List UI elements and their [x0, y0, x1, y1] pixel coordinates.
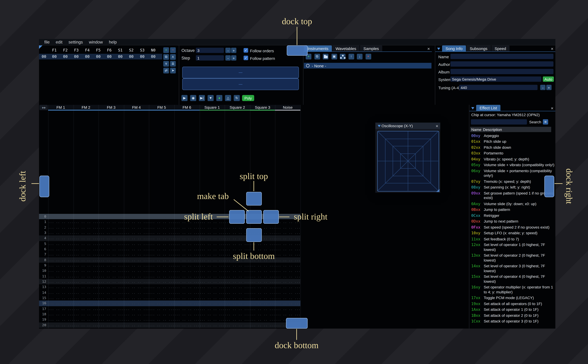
- pattern-cell[interactable]: ... .. .. ...: [124, 236, 149, 240]
- pattern-cell[interactable]: ... .. .. ...: [99, 318, 124, 321]
- pattern-cell[interactable]: ... .. .. ...: [73, 274, 99, 278]
- pattern-cell[interactable]: ... .. .. ...: [149, 247, 174, 251]
- pattern-cell[interactable]: ... .. .. ...: [174, 226, 199, 229]
- channel-header[interactable]: FM 5: [149, 105, 174, 110]
- author-input[interactable]: [450, 61, 554, 67]
- pattern-cell[interactable]: ... .. .. ...: [73, 280, 99, 284]
- pattern-cell[interactable]: ... .. .. ...: [174, 301, 199, 305]
- pattern-cell[interactable]: ... .. .. ...: [149, 318, 174, 321]
- play-pattern-button[interactable]: ◉: [190, 95, 196, 101]
- pattern-cell[interactable]: ... .. .. ...: [99, 296, 124, 300]
- pattern-cell[interactable]: ... .. .. ...: [99, 285, 124, 289]
- pattern-cell[interactable]: ... .. .. ...: [73, 323, 99, 327]
- octave-plus-button[interactable]: +: [231, 48, 236, 53]
- menu-item-window[interactable]: window: [86, 40, 106, 44]
- pattern-cell[interactable]: ... .. .. ...: [124, 258, 149, 262]
- pattern-cell[interactable]: ... .. .. ...: [124, 231, 149, 235]
- step-plus-button[interactable]: +: [231, 55, 236, 60]
- pattern-cell[interactable]: ... .. .. ...: [250, 323, 275, 327]
- pattern-cell[interactable]: ... .. .. ...: [225, 301, 250, 305]
- pattern-cell[interactable]: ... .. .. ...: [48, 247, 73, 251]
- pattern-cell[interactable]: ... .. .. ...: [199, 318, 225, 321]
- pattern-cell[interactable]: ... .. .. ...: [275, 301, 300, 305]
- close-icon[interactable]: ×: [436, 123, 438, 129]
- pattern-cell[interactable]: ... .. .. ...: [199, 312, 225, 316]
- follow-pattern-checkbox[interactable]: ✓: [244, 56, 248, 60]
- pattern-cell[interactable]: ... .. .. ...: [73, 318, 99, 321]
- channel-header[interactable]: FM 6: [174, 105, 199, 110]
- pattern-cell[interactable]: ... .. .. ...: [250, 242, 275, 246]
- pattern-row[interactable]: 18... .. .. ...... .. .. ...... .. .. ..…: [39, 312, 300, 317]
- pattern-cell[interactable]: ... .. .. ...: [124, 215, 149, 218]
- pattern-cell[interactable]: ... .. .. ...: [73, 301, 99, 305]
- pattern-cell[interactable]: ... .. .. ...: [275, 280, 300, 284]
- pattern-cell[interactable]: ... .. .. ...: [174, 253, 199, 256]
- pattern-cell[interactable]: ... .. .. ...: [199, 231, 225, 235]
- tab-effect-list[interactable]: Effect List: [476, 105, 500, 111]
- pattern-cell[interactable]: ... .. .. ...: [48, 312, 73, 316]
- tuning-input[interactable]: [459, 85, 538, 90]
- pattern-row[interactable]: 6... .. .. ...... .. .. ...... .. .. ...…: [39, 246, 300, 252]
- dock-target-split-left[interactable]: [229, 210, 245, 224]
- pattern-cell[interactable]: ... .. .. ...: [124, 242, 149, 246]
- pattern-cell[interactable]: ... .. .. ...: [73, 247, 99, 251]
- pattern-cell[interactable]: ... .. .. ...: [99, 226, 124, 229]
- pattern-cell[interactable]: ... .. .. ...: [48, 291, 73, 294]
- pattern-cell[interactable]: ... .. .. ...: [225, 269, 250, 273]
- pattern-cell[interactable]: ... .. .. ...: [174, 296, 199, 300]
- pattern-cell[interactable]: ... .. .. ...: [48, 301, 73, 305]
- pattern-row[interactable]: 16... .. .. ...... .. .. ...... .. .. ..…: [39, 301, 300, 306]
- pattern-cell[interactable]: ... .. .. ...: [225, 318, 250, 321]
- pattern-cell[interactable]: ... .. .. ...: [73, 258, 99, 262]
- pattern-row[interactable]: 9... .. .. ...... .. .. ...... .. .. ...…: [39, 263, 300, 268]
- order-up-button[interactable]: ∧: [170, 54, 176, 60]
- channel-header[interactable]: Square 1: [199, 105, 225, 110]
- pattern-cell[interactable]: ... .. .. ...: [99, 280, 124, 284]
- pattern-cell[interactable]: ... .. .. ...: [48, 231, 73, 235]
- pattern-cell[interactable]: ... .. .. ...: [275, 247, 300, 251]
- pattern-cell[interactable]: ... .. .. ...: [99, 269, 124, 273]
- pattern-cell[interactable]: ... .. .. ...: [149, 323, 174, 327]
- order-cell[interactable]: 00: [82, 55, 93, 59]
- pattern-cell[interactable]: ... .. .. ...: [199, 253, 225, 256]
- pattern-cell[interactable]: ... .. .. ...: [73, 269, 99, 273]
- pattern-cell[interactable]: ... .. .. ...: [225, 312, 250, 316]
- pattern-cell[interactable]: ... .. .. ...: [174, 285, 199, 289]
- pattern-cell[interactable]: ... .. .. ...: [250, 247, 275, 251]
- order-cell[interactable]: 00: [126, 55, 137, 59]
- pattern-cell[interactable]: ... .. .. ...: [99, 215, 124, 218]
- pattern-cell[interactable]: ... .. .. ...: [275, 242, 300, 246]
- pattern-cell[interactable]: ... .. .. ...: [275, 307, 300, 311]
- pattern-cell[interactable]: ... .. .. ...: [124, 226, 149, 229]
- pattern-cell[interactable]: ... .. .. ...: [199, 226, 225, 229]
- pattern-cell[interactable]: ... .. .. ...: [73, 296, 99, 300]
- poly-button[interactable]: Poly: [242, 95, 254, 101]
- pattern-cell[interactable]: ... .. .. ...: [174, 258, 199, 262]
- pattern-cell[interactable]: ... .. .. ...: [225, 291, 250, 294]
- pattern-cell[interactable]: ... .. .. ...: [225, 263, 250, 267]
- album-input[interactable]: [450, 69, 554, 74]
- pattern-cell[interactable]: ... .. .. ...: [275, 312, 300, 316]
- pattern-cell[interactable]: ... .. .. ...: [199, 296, 225, 300]
- order-cell[interactable]: 00: [49, 55, 60, 59]
- dock-target-right[interactable]: [544, 176, 554, 197]
- pattern-cell[interactable]: ... .. .. ...: [199, 291, 225, 294]
- pattern-cell[interactable]: ... .. .. ...: [48, 236, 73, 240]
- channel-header[interactable]: FM 4: [124, 105, 149, 110]
- pattern-cell[interactable]: ... .. .. ...: [48, 318, 73, 321]
- menu-item-settings[interactable]: settings: [66, 40, 86, 44]
- pattern-cell[interactable]: ... .. .. ...: [99, 263, 124, 267]
- pattern-cell[interactable]: ... .. .. ...: [48, 280, 73, 284]
- pattern-cell[interactable]: ... .. .. ...: [149, 253, 174, 256]
- effect-search-input[interactable]: [471, 119, 527, 124]
- step-one-row-button[interactable]: ▶|: [199, 95, 205, 101]
- pattern-cell[interactable]: ... .. .. ...: [149, 291, 174, 294]
- collapse-icon[interactable]: [378, 125, 381, 127]
- tab-wavetables[interactable]: Wavetables: [332, 45, 360, 52]
- pattern-cell[interactable]: ... .. .. ...: [99, 236, 124, 240]
- duplicate-order-button[interactable]: ⧉: [163, 54, 169, 60]
- pattern-cell[interactable]: ... .. .. ...: [99, 247, 124, 251]
- pattern-cell[interactable]: ... .. .. ...: [250, 307, 275, 311]
- move-instrument-up-button[interactable]: ↑: [348, 54, 354, 59]
- pattern-cell[interactable]: ... .. .. ...: [149, 285, 174, 289]
